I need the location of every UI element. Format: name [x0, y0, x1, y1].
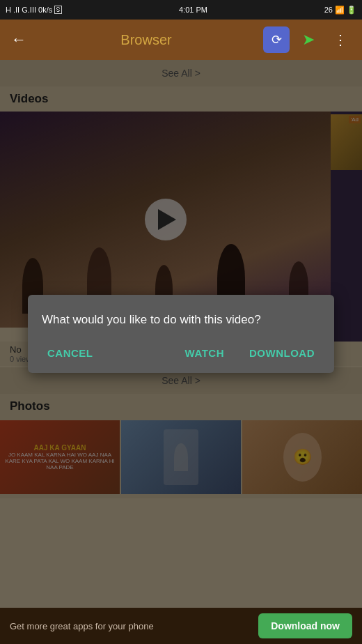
status-left: H .II G.III 0k/s 🅂 — [6, 6, 62, 14]
status-right: 26 📶 🔋 — [324, 6, 356, 15]
refresh-icon: ⟳ — [272, 32, 282, 47]
page-title: Browser — [36, 32, 256, 48]
signal-icons: H .II G.III 0k/s 🅂 — [6, 6, 62, 14]
back-button[interactable]: ← — [8, 28, 29, 52]
top-nav: ← Browser ⟳ ➤ ⋮ — [0, 20, 362, 60]
download-button[interactable]: DOWNLOAD — [244, 344, 320, 362]
status-time: 4:01 PM — [179, 6, 207, 14]
dialog-message: What would you like to do with this vide… — [42, 312, 320, 328]
share-icon: ➤ — [302, 31, 315, 49]
dialog-buttons: CANCEL WATCH DOWNLOAD — [42, 344, 320, 362]
main-content: See All > Videos — [0, 60, 362, 608]
download-now-button[interactable]: Download now — [258, 613, 352, 638]
bottom-promo-text: Get more great apps for your phone — [10, 621, 258, 631]
status-bar: H .II G.III 0k/s 🅂 4:01 PM 26 📶 🔋 — [0, 0, 362, 20]
dialog-box: What would you like to do with this vide… — [28, 295, 334, 374]
watch-button[interactable]: WATCH — [180, 344, 230, 362]
more-icon: ⋮ — [333, 31, 347, 48]
dialog-overlay: What would you like to do with this vide… — [0, 60, 362, 608]
nav-icons: ⟳ ➤ ⋮ — [263, 26, 354, 53]
bottom-bar: Get more great apps for your phone Downl… — [0, 608, 362, 644]
refresh-button[interactable]: ⟳ — [263, 26, 290, 53]
cancel-button[interactable]: CANCEL — [42, 344, 99, 362]
share-button[interactable]: ➤ — [295, 26, 322, 53]
more-options-button[interactable]: ⋮ — [327, 26, 354, 53]
battery-icons: 26 📶 🔋 — [324, 6, 356, 15]
